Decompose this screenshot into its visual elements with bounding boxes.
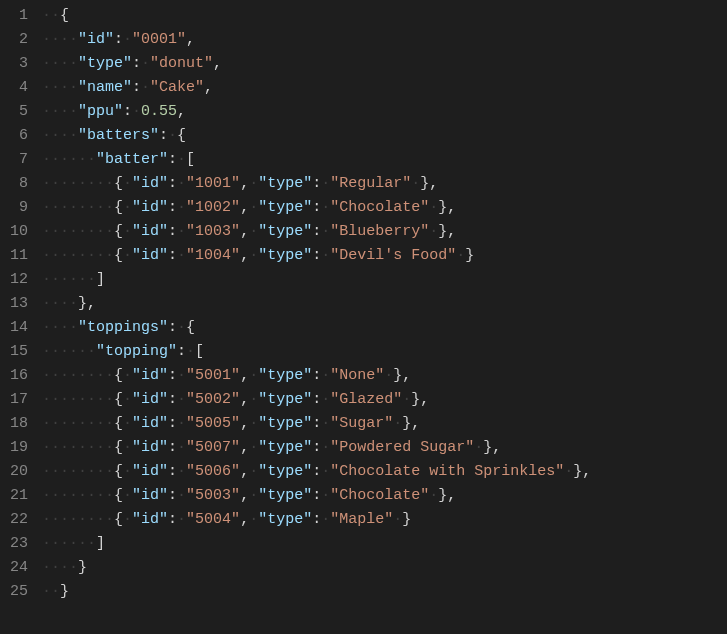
json-key: "type" [258,463,312,480]
code-line: ····"name":·"Cake", [42,76,727,100]
json-key: "type" [258,415,312,432]
json-key: "id" [132,367,168,384]
json-key: "id" [132,391,168,408]
code-line: ········{·"id":·"5002",·"type":·"Glazed"… [42,388,727,412]
code-content[interactable]: ··{····"id":·"0001",····"type":·"donut",… [42,0,727,634]
json-string: "Chocolate" [330,487,429,504]
json-key: "toppings" [78,319,168,336]
json-key: "id" [132,223,168,240]
json-string: "5001" [186,367,240,384]
json-string: "Blueberry" [330,223,429,240]
line-number: 7 [10,148,28,172]
line-number: 12 [10,268,28,292]
json-key: "type" [258,487,312,504]
code-line: ········{·"id":·"5005",·"type":·"Sugar"·… [42,412,727,436]
line-number: 23 [10,532,28,556]
line-number: 18 [10,412,28,436]
json-string: "Powdered Sugar" [330,439,474,456]
json-string: "Cake" [150,79,204,96]
json-key: "type" [258,511,312,528]
json-key: "type" [258,391,312,408]
code-line: ········{·"id":·"1003",·"type":·"Blueber… [42,220,727,244]
code-line: ····"type":·"donut", [42,52,727,76]
json-string: "None" [330,367,384,384]
json-string: "0001" [132,31,186,48]
line-number: 10 [10,220,28,244]
json-key: "type" [258,247,312,264]
line-number: 11 [10,244,28,268]
line-number: 8 [10,172,28,196]
line-number: 19 [10,436,28,460]
code-line: ········{·"id":·"5003",·"type":·"Chocola… [42,484,727,508]
json-key: "id" [132,439,168,456]
json-string: "5006" [186,463,240,480]
line-number: 4 [10,76,28,100]
line-number: 1 [10,4,28,28]
code-line: ········{·"id":·"1001",·"type":·"Regular… [42,172,727,196]
json-key: "type" [258,199,312,216]
json-string: "1002" [186,199,240,216]
line-number: 24 [10,556,28,580]
json-string: "1001" [186,175,240,192]
json-string: "5007" [186,439,240,456]
line-number: 25 [10,580,28,604]
json-key: "type" [78,55,132,72]
line-number: 9 [10,196,28,220]
json-string: "1004" [186,247,240,264]
line-number: 17 [10,388,28,412]
json-string: "5004" [186,511,240,528]
code-line: ········{·"id":·"5007",·"type":·"Powdere… [42,436,727,460]
code-line: ····}, [42,292,727,316]
code-line: ······] [42,532,727,556]
line-number: 20 [10,460,28,484]
json-key: "id" [132,487,168,504]
json-key: "batter" [96,151,168,168]
json-key: "id" [78,31,114,48]
line-number: 13 [10,292,28,316]
line-number: 14 [10,316,28,340]
json-string: "Regular" [330,175,411,192]
json-key: "batters" [78,127,159,144]
json-key: "id" [132,175,168,192]
json-string: "Chocolate" [330,199,429,216]
json-string: "Devil's Food" [330,247,456,264]
code-line: ····"id":·"0001", [42,28,727,52]
code-line: ····"batters":·{ [42,124,727,148]
code-line: ········{·"id":·"5006",·"type":·"Chocola… [42,460,727,484]
json-key: "id" [132,199,168,216]
code-line: ··} [42,580,727,604]
line-number: 21 [10,484,28,508]
code-line: ········{·"id":·"5004",·"type":·"Maple"·… [42,508,727,532]
json-key: "topping" [96,343,177,360]
json-key: "ppu" [78,103,123,120]
json-key: "type" [258,223,312,240]
code-editor[interactable]: 1234567891011121314151617181920212223242… [0,0,727,634]
json-key: "id" [132,247,168,264]
line-number: 6 [10,124,28,148]
json-string: "5003" [186,487,240,504]
line-number: 22 [10,508,28,532]
json-string: "1003" [186,223,240,240]
json-key: "name" [78,79,132,96]
code-line: ······"batter":·[ [42,148,727,172]
json-string: "Sugar" [330,415,393,432]
line-number: 16 [10,364,28,388]
code-line: ········{·"id":·"1002",·"type":·"Chocola… [42,196,727,220]
json-key: "type" [258,439,312,456]
json-string: "Maple" [330,511,393,528]
json-string: "Glazed" [330,391,402,408]
code-line: ··{ [42,4,727,28]
json-key: "id" [132,511,168,528]
json-string: "donut" [150,55,213,72]
json-key: "id" [132,415,168,432]
line-number: 2 [10,28,28,52]
json-string: "5005" [186,415,240,432]
json-number: 0.55 [141,103,177,120]
json-string: "Chocolate with Sprinkles" [330,463,564,480]
code-line: ········{·"id":·"1004",·"type":·"Devil's… [42,244,727,268]
json-key: "type" [258,367,312,384]
json-string: "5002" [186,391,240,408]
json-key: "type" [258,175,312,192]
line-number: 3 [10,52,28,76]
line-number-gutter: 1234567891011121314151617181920212223242… [0,0,42,634]
